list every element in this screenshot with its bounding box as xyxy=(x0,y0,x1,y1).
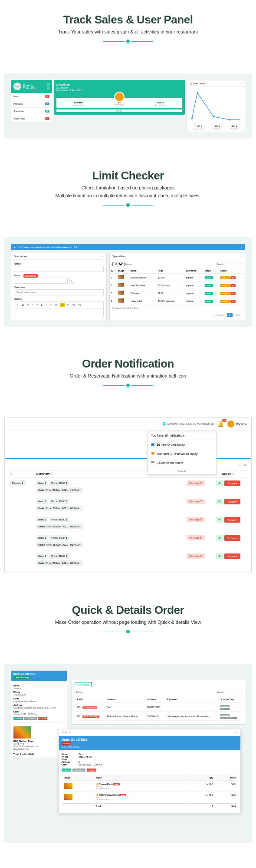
close-icon[interactable]: ✕ xyxy=(236,731,238,734)
col-id[interactable]: ID xyxy=(110,268,117,274)
section-title: Limit Checker xyxy=(9,169,247,182)
action-button[interactable]: Action ▾ xyxy=(224,480,240,486)
user-menu[interactable]: Phplime xyxy=(227,421,247,427)
delete-button[interactable]: 🗑 xyxy=(230,292,236,295)
settings-icon[interactable] xyxy=(47,83,49,86)
food-image xyxy=(118,283,124,287)
value: 1700000000 xyxy=(13,693,65,696)
col: Qty xyxy=(186,775,214,781)
table-row: Item: 1 Price: 24.24 $Order Time: 25 Mar… xyxy=(8,533,248,551)
completed-button[interactable]: ✓ Completed xyxy=(24,717,36,720)
table-row[interactable]: 1871 About 4 Hours AgoRichard Antonio Se… xyxy=(75,712,241,721)
section-subtitle: Check Limitation based on pricing packag… xyxy=(9,185,247,190)
completed-button[interactable]: ✓ Completed xyxy=(72,769,85,772)
col[interactable]: ⇅ Phone xyxy=(146,697,164,702)
sidebar: logo Qmenu 01 Mar, 2021 Menu10 Packages0… xyxy=(11,80,52,123)
form-panel: Specialities− Name Price *Is Required $ … xyxy=(11,253,107,320)
editor-toolbar[interactable]: ✕▣BIUS̶≡≡A▾A▾•≡¶▾T▾ xyxy=(14,301,104,308)
view-button[interactable]: 👁 xyxy=(216,535,223,541)
sidebar-item[interactable]: Order Order10 xyxy=(11,115,52,123)
sidebar-date: 01 Mar, 2021 xyxy=(23,87,36,89)
sidebar-item[interactable]: Packages01 xyxy=(11,100,52,108)
view-button[interactable]: 👁 xyxy=(216,480,223,486)
table-row: Person: 1 Item: 2 Price: 90.00 $Order Ti… xyxy=(8,478,248,496)
col[interactable]: ⇅ #ID xyxy=(75,697,105,702)
action-button[interactable]: Action ▾ xyxy=(224,499,240,504)
entries-select[interactable]: 10 xyxy=(112,262,125,266)
info-icon: ▲ xyxy=(13,246,16,248)
col-image[interactable]: Image xyxy=(117,268,129,274)
avatar-icon xyxy=(114,92,125,102)
bell-badge: 10 xyxy=(222,419,226,422)
action-button[interactable]: Action ▾ xyxy=(220,284,230,287)
food-image xyxy=(64,783,72,789)
panel-tools[interactable]: − ✕ xyxy=(238,255,242,258)
overview-input[interactable] xyxy=(14,289,104,295)
action-button[interactable]: Action ▾ xyxy=(220,276,230,279)
cancel-button[interactable]: ✕ Cancel xyxy=(38,717,48,720)
order-id: Order ID: #864417 xyxy=(13,673,65,675)
view-button[interactable]: 👁 xyxy=(216,553,223,559)
table-row: 1Roasted Chicken$23.00 phplimeActiveActi… xyxy=(110,274,245,282)
price-input[interactable] xyxy=(14,278,68,284)
action-button[interactable]: Action ▾ xyxy=(220,292,230,295)
all-orders-button[interactable]: ≡ All Orders xyxy=(75,682,92,687)
bell-icon: 🔔 xyxy=(217,421,224,427)
minimize-icon[interactable]: − xyxy=(234,731,236,734)
dropdown-item[interactable]: 🏁0 Completed orders xyxy=(148,458,216,467)
cancel-button[interactable]: ✕ Cancel xyxy=(87,769,97,772)
panel-title: Specialities xyxy=(14,255,27,258)
value: jorgealteau@gmail.com xyxy=(13,700,65,702)
delete-button[interactable]: 🗑 xyxy=(230,284,236,287)
col[interactable]: ⇅ Order Type xyxy=(219,697,241,702)
col-action[interactable]: Action xyxy=(219,268,245,274)
view-button[interactable]: 👁 xyxy=(216,517,223,523)
col[interactable]: ⇅ Name xyxy=(106,697,145,702)
search-input[interactable] xyxy=(225,690,242,694)
info-icon[interactable] xyxy=(47,87,49,89)
dropdown-footer[interactable]: View all xyxy=(148,467,216,474)
col[interactable]: ⇅ Address xyxy=(165,697,219,702)
panel-tools[interactable]: − ✕ xyxy=(239,82,242,85)
notification-bell[interactable]: 🔔 10 xyxy=(217,421,224,427)
panel-tools[interactable]: − xyxy=(102,255,104,258)
col: Price xyxy=(215,775,237,781)
dropdown-item[interactable]: 🍔You have 1 Reservation Today xyxy=(148,449,216,458)
divider xyxy=(9,40,247,43)
table-row: 3Chipstey$8.00 phplimeActiveAction ▾ 🗑 xyxy=(110,289,245,297)
footer-lbl: Today's Sales xyxy=(193,128,204,130)
action-button[interactable]: Action ▾ xyxy=(224,553,240,559)
action-button[interactable]: Action ▾ xyxy=(220,300,230,303)
svg-point-3 xyxy=(229,119,230,121)
table-row[interactable]: #851 37 Minutes AgoTant28881775727Pendin… xyxy=(75,703,241,712)
pagination[interactable]: Previous1Next xyxy=(110,311,245,319)
name-input[interactable] xyxy=(14,266,104,272)
action-button[interactable]: Action ▾ xyxy=(224,535,240,541)
value: Rua Brasil Caetano dos Santos, 376, CX 0… xyxy=(13,706,65,709)
dropdown-item[interactable]: 👥10 new Orders today xyxy=(148,440,216,449)
col-user[interactable]: Username xyxy=(184,268,203,274)
col-name[interactable]: Name xyxy=(129,268,157,274)
user-card: phplime AG Dept Off Expire Date: 09 Feb,… xyxy=(54,80,185,115)
action-button[interactable]: Action ▾ xyxy=(224,517,240,523)
sidebar-item[interactable]: Menu10 xyxy=(11,93,52,100)
col-price[interactable]: Price xyxy=(157,268,184,274)
modal-title: Order List xyxy=(62,731,71,734)
info-alert: ▲ Info! You have remaining 4 specialitie… xyxy=(11,244,245,250)
delete-button[interactable]: 🗑 xyxy=(230,276,236,279)
close-icon[interactable]: ✕ xyxy=(240,245,243,248)
view-button[interactable]: 👁 xyxy=(216,499,223,504)
search-input[interactable] xyxy=(225,262,242,266)
delete-button[interactable]: 🗑 xyxy=(230,300,236,303)
avatar-icon xyxy=(227,421,234,427)
close-icon[interactable]: ✕ xyxy=(243,463,247,467)
col-overview[interactable]: Overview xyxy=(36,472,49,475)
accept-button[interactable]: ✓ Accept xyxy=(62,769,71,772)
sidebar-item[interactable]: Specialities01 xyxy=(11,108,52,115)
col: Name xyxy=(95,775,185,781)
accept-button[interactable]: ✓ Accept xyxy=(13,717,23,720)
profile-link[interactable]: Profile xyxy=(56,109,182,112)
col-status[interactable]: Status xyxy=(203,268,219,274)
col-action[interactable]: Action xyxy=(222,472,231,475)
minimize-icon[interactable]: − xyxy=(239,463,241,467)
